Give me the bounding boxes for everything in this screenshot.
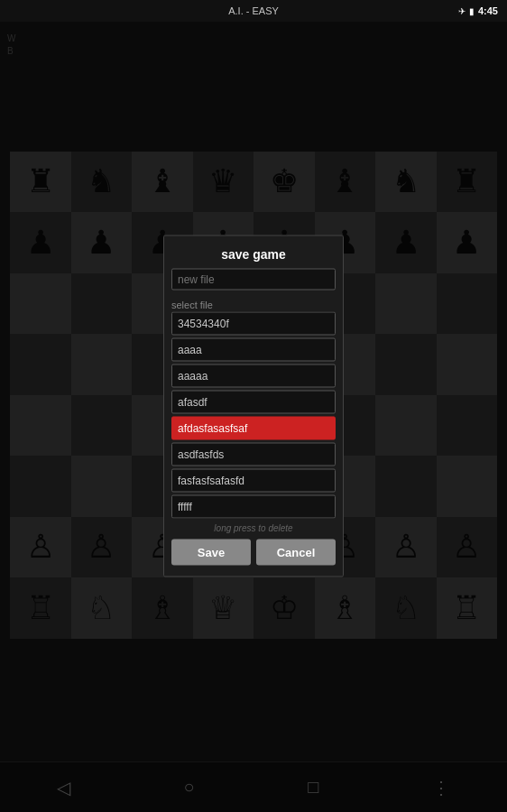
save-button[interactable]: Save bbox=[171, 540, 251, 566]
select-file-label: select file bbox=[164, 294, 343, 312]
file-list-item[interactable]: fasfasfsafasfd bbox=[171, 469, 336, 493]
airplane-icon: ✈ bbox=[458, 6, 466, 16]
status-time: 4:45 bbox=[478, 5, 498, 16]
file-list-item[interactable]: aaaa bbox=[171, 338, 336, 362]
long-press-hint: long press to delete bbox=[164, 519, 343, 536]
dialog-title: save game bbox=[164, 236, 343, 265]
file-list-item[interactable]: asdfasfds bbox=[171, 443, 336, 466]
file-list-item[interactable]: fffff bbox=[171, 495, 336, 519]
status-bar: A.I. - EASY ✈ ▮ 4:45 bbox=[0, 0, 507, 22]
cancel-button[interactable]: Cancel bbox=[256, 540, 336, 566]
new-file-input[interactable] bbox=[171, 269, 336, 291]
dialog-buttons: Save Cancel bbox=[171, 540, 336, 566]
file-list-item[interactable]: afasdf bbox=[171, 391, 336, 414]
battery-icon: ▮ bbox=[469, 6, 475, 16]
file-list-item[interactable]: afdasfasasfsaf bbox=[171, 417, 336, 440]
file-list: 34534340faaaaaaaaaafasdfafdasfasasfsafas… bbox=[171, 312, 336, 519]
status-icons: ✈ ▮ 4:45 bbox=[458, 5, 498, 16]
status-bar-title: A.I. - EASY bbox=[228, 5, 279, 16]
file-list-item[interactable]: aaaaa bbox=[171, 364, 336, 388]
save-game-dialog: save game select file 34534340faaaaaaaaa… bbox=[163, 235, 344, 577]
file-list-item[interactable]: 34534340f bbox=[171, 312, 336, 336]
